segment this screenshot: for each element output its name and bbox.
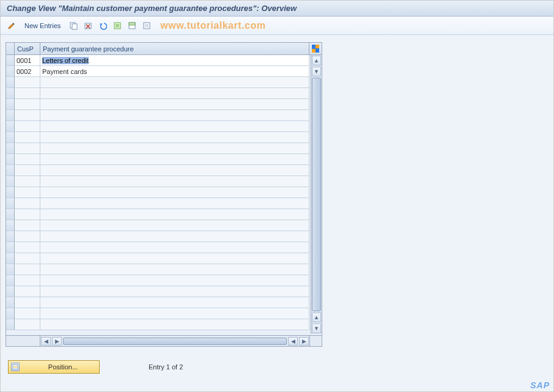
- cell-description[interactable]: [40, 132, 309, 142]
- scroll-right-step-button[interactable]: ▶: [52, 337, 62, 346]
- row-selector[interactable]: [6, 66, 15, 76]
- cell-description[interactable]: [40, 88, 309, 98]
- scroll-left-step-button[interactable]: ◀: [288, 337, 298, 346]
- column-header-description[interactable]: Payment guarantee procedure: [40, 43, 309, 54]
- cell-description[interactable]: [40, 220, 309, 231]
- row-selector[interactable]: [6, 242, 15, 253]
- vertical-scrollbar[interactable]: ▲ ▼ ▲ ▼: [311, 55, 322, 334]
- row-selector[interactable]: [6, 55, 15, 65]
- cell-cusp[interactable]: [15, 110, 40, 120]
- cell-cusp[interactable]: 0002: [15, 66, 40, 76]
- cell-cusp[interactable]: [15, 99, 40, 109]
- row-selector[interactable]: [6, 176, 15, 187]
- cell-description[interactable]: [40, 176, 309, 187]
- table-row[interactable]: [6, 319, 309, 330]
- row-selector[interactable]: [6, 99, 15, 109]
- table-row[interactable]: [6, 143, 309, 154]
- cell-cusp[interactable]: [15, 88, 40, 98]
- cell-cusp[interactable]: 0001: [15, 55, 40, 65]
- row-selector[interactable]: [6, 209, 15, 220]
- table-row[interactable]: [6, 286, 309, 297]
- table-row[interactable]: [6, 198, 309, 209]
- row-selector[interactable]: [6, 198, 15, 209]
- cell-cusp[interactable]: [15, 132, 40, 142]
- row-selector[interactable]: [6, 110, 15, 120]
- row-selector[interactable]: [6, 132, 15, 142]
- row-selector[interactable]: [6, 286, 15, 297]
- row-selector[interactable]: [6, 264, 15, 275]
- cell-cusp[interactable]: [15, 187, 40, 198]
- cell-cusp[interactable]: [15, 286, 40, 297]
- row-selector[interactable]: [6, 275, 15, 286]
- table-row[interactable]: [6, 99, 309, 110]
- position-button[interactable]: Position...: [8, 360, 100, 374]
- row-selector[interactable]: [6, 165, 15, 176]
- table-row[interactable]: [6, 220, 309, 231]
- row-selector[interactable]: [6, 88, 15, 98]
- row-selector[interactable]: [6, 231, 15, 242]
- cell-cusp[interactable]: [15, 176, 40, 187]
- copy-as-button[interactable]: [67, 20, 79, 32]
- table-row[interactable]: [6, 165, 309, 176]
- cell-cusp[interactable]: [15, 121, 40, 131]
- row-selector[interactable]: [6, 220, 15, 231]
- cell-cusp[interactable]: [15, 209, 40, 220]
- cell-description[interactable]: [40, 198, 309, 209]
- row-selector[interactable]: [6, 253, 15, 264]
- table-row[interactable]: [6, 297, 309, 308]
- cell-cusp[interactable]: [15, 275, 40, 286]
- table-row[interactable]: [6, 88, 309, 99]
- row-selector[interactable]: [6, 154, 15, 165]
- table-row[interactable]: [6, 176, 309, 187]
- column-header-selector[interactable]: [6, 43, 15, 54]
- cell-description[interactable]: [40, 154, 309, 165]
- table-row[interactable]: [6, 154, 309, 165]
- table-row[interactable]: [6, 132, 309, 143]
- cell-description[interactable]: [40, 209, 309, 220]
- cell-cusp[interactable]: [15, 308, 40, 319]
- scroll-up-button[interactable]: ▲: [312, 56, 321, 65]
- select-block-button[interactable]: [126, 20, 138, 32]
- scroll-down-step-button[interactable]: ▼: [312, 67, 321, 76]
- scroll-left-button[interactable]: ◀: [41, 337, 51, 346]
- cell-cusp[interactable]: [15, 297, 40, 308]
- cell-description[interactable]: [40, 253, 309, 264]
- select-all-button[interactable]: [111, 20, 124, 32]
- table-row[interactable]: [6, 187, 309, 198]
- table-row[interactable]: [6, 308, 309, 319]
- row-selector[interactable]: [6, 297, 15, 308]
- cell-description[interactable]: [40, 319, 309, 330]
- cell-cusp[interactable]: [15, 253, 40, 264]
- row-selector[interactable]: [6, 143, 15, 153]
- table-row[interactable]: [6, 209, 309, 220]
- undo-button[interactable]: [97, 20, 109, 32]
- cell-cusp[interactable]: [15, 220, 40, 231]
- cell-cusp[interactable]: [15, 77, 40, 87]
- vertical-scroll-thumb[interactable]: [312, 78, 321, 311]
- scroll-down-button[interactable]: ▼: [312, 324, 321, 333]
- row-selector[interactable]: [6, 121, 15, 131]
- deselect-all-button[interactable]: [141, 20, 153, 32]
- table-config-button[interactable]: [309, 43, 322, 54]
- change-display-button[interactable]: [6, 20, 18, 32]
- cell-description[interactable]: [40, 231, 309, 242]
- table-row[interactable]: [6, 275, 309, 286]
- cell-description[interactable]: [40, 121, 309, 131]
- table-row[interactable]: [6, 121, 309, 132]
- row-selector[interactable]: [6, 187, 15, 198]
- cell-description[interactable]: [40, 308, 309, 319]
- cell-cusp[interactable]: [15, 165, 40, 176]
- cell-cusp[interactable]: [15, 198, 40, 209]
- table-row[interactable]: [6, 242, 309, 253]
- cell-description[interactable]: [40, 242, 309, 253]
- cell-cusp[interactable]: [15, 242, 40, 253]
- row-selector[interactable]: [6, 308, 15, 319]
- cell-description[interactable]: [40, 275, 309, 286]
- cell-description[interactable]: Letters of credit: [40, 55, 309, 65]
- horizontal-scroll-thumb[interactable]: [63, 338, 287, 345]
- cell-description[interactable]: [40, 165, 309, 176]
- column-header-cusp[interactable]: CusP: [15, 43, 40, 54]
- cell-description[interactable]: [40, 286, 309, 297]
- cell-cusp[interactable]: [15, 231, 40, 242]
- delete-button[interactable]: [82, 20, 94, 32]
